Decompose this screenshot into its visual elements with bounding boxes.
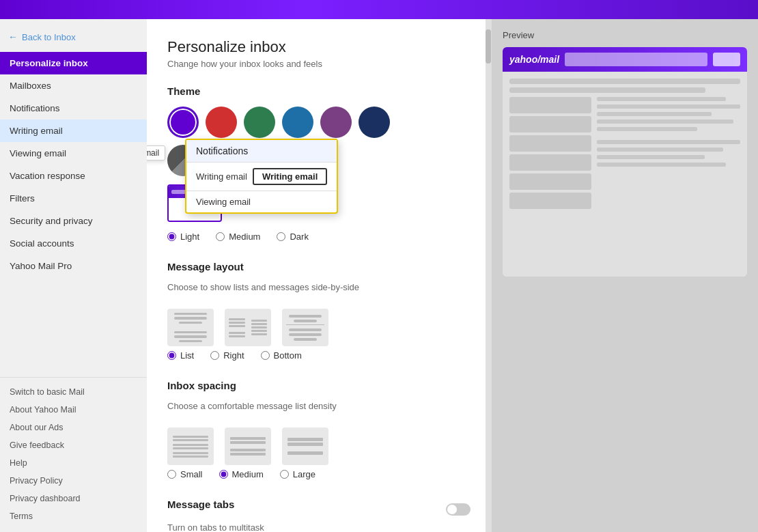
layout-line bbox=[174, 317, 207, 319]
brightness-light[interactable]: Light bbox=[167, 232, 199, 242]
tooltip-badge: Writing email bbox=[253, 168, 327, 185]
preview-list-item bbox=[509, 135, 591, 152]
spacing-large[interactable]: Large bbox=[280, 469, 315, 479]
tooltip-writing-label: Writing email bbox=[196, 171, 247, 182]
color-swatch-green[interactable] bbox=[244, 107, 275, 138]
brightness-options: Light Medium Dark bbox=[167, 232, 471, 242]
brightness-dark[interactable]: Dark bbox=[277, 232, 308, 242]
tooltip-overlay: Notifications Writing email Writing emai… bbox=[185, 139, 338, 214]
sidebar-footer-ads[interactable]: About our Ads bbox=[0, 419, 147, 436]
tooltip-box: Notifications Writing email Writing emai… bbox=[185, 139, 338, 214]
sidebar-footer-privacy[interactable]: Privacy Policy bbox=[0, 472, 147, 490]
color-swatch-navy[interactable] bbox=[359, 107, 390, 138]
sidebar-item-pro[interactable]: Yahoo Mail Pro bbox=[0, 255, 147, 277]
spacing-medium[interactable]: Medium bbox=[219, 469, 264, 479]
sidebar: ← Back to Inbox Personalize inbox Mailbo… bbox=[0, 19, 147, 532]
preview-label: Preview bbox=[503, 30, 747, 40]
layout-icon-list[interactable] bbox=[167, 309, 214, 346]
preview-list-item bbox=[509, 173, 591, 190]
color-swatch-purple[interactable] bbox=[167, 107, 199, 138]
brightness-medium[interactable]: Medium bbox=[216, 232, 260, 242]
tabs-toggle[interactable] bbox=[446, 503, 471, 516]
tabs-section: Message tabs bbox=[167, 499, 471, 520]
tabs-section-title: Message tabs bbox=[167, 499, 234, 510]
top-bar bbox=[0, 0, 758, 19]
content-area: Personalize inbox Change how your inbox … bbox=[147, 19, 492, 532]
layout-list-label: List bbox=[180, 350, 194, 361]
sidebar-item-filters[interactable]: Filters bbox=[0, 187, 147, 210]
layout-right-label: Right bbox=[223, 350, 244, 361]
tooltip-header: Notifications bbox=[186, 140, 337, 162]
sidebar-item-personalize[interactable]: Personalize inbox bbox=[0, 52, 147, 74]
tabs-subtitle: Turn on tabs to multitask bbox=[167, 522, 471, 532]
back-arrow-icon: ← bbox=[8, 31, 18, 42]
layout-line bbox=[289, 333, 322, 336]
scrollbar-thumb[interactable] bbox=[486, 29, 491, 64]
spacing-icon-large[interactable] bbox=[282, 428, 328, 465]
preview-text-line bbox=[597, 112, 712, 116]
spacing-small[interactable]: Small bbox=[167, 469, 203, 479]
sidebar-footer-feedback[interactable]: Give feedback bbox=[0, 436, 147, 454]
layout-list[interactable]: List bbox=[167, 350, 194, 361]
layout-line bbox=[174, 331, 207, 333]
sidebar-footer-terms[interactable]: Terms bbox=[0, 507, 147, 525]
theme-color-swatches bbox=[167, 107, 471, 138]
preview-list-item bbox=[509, 193, 591, 209]
sidebar-item-notifications[interactable]: Notifications bbox=[0, 97, 147, 120]
back-to-inbox[interactable]: ← Back to Inbox bbox=[0, 26, 147, 48]
toggle-knob bbox=[447, 505, 457, 514]
preview-list-item bbox=[509, 116, 591, 132]
preview-main-col bbox=[597, 97, 740, 212]
page-subtitle: Change how your inbox looks and feels bbox=[167, 59, 471, 69]
layout-icon-bottom[interactable] bbox=[282, 309, 328, 346]
preview-browser: yahoo/mail bbox=[503, 47, 747, 277]
color-swatch-blue[interactable] bbox=[282, 107, 313, 138]
layout-right[interactable]: Right bbox=[210, 350, 244, 361]
preview-text-line bbox=[597, 163, 726, 167]
color-swatch-mauve[interactable] bbox=[320, 107, 352, 138]
brightness-light-label: Light bbox=[180, 232, 199, 242]
preview-text-line bbox=[597, 127, 697, 131]
preview-content bbox=[509, 97, 740, 212]
layout-icons bbox=[167, 309, 471, 346]
preview-text-line bbox=[597, 120, 733, 124]
sidebar-footer-about[interactable]: About Yahoo Mail bbox=[0, 401, 147, 419]
layout-subtitle: Choose to show lists and messages side-b… bbox=[167, 282, 471, 292]
layout-bottom[interactable]: Bottom bbox=[261, 350, 302, 361]
sidebar-footer-help[interactable]: Help bbox=[0, 454, 147, 472]
preview-list-col bbox=[509, 97, 591, 212]
theme-section-title: Theme bbox=[167, 85, 471, 97]
color-swatch-red[interactable] bbox=[206, 107, 237, 138]
layout-line bbox=[179, 340, 202, 342]
sidebar-item-security[interactable]: Security and privacy bbox=[0, 210, 147, 232]
sidebar-footer-basic[interactable]: Switch to basic Mail bbox=[0, 383, 147, 401]
preview-text-line bbox=[597, 155, 705, 159]
scrollbar-track[interactable] bbox=[486, 19, 491, 532]
sidebar-item-vacation[interactable]: Vacation response bbox=[0, 165, 147, 187]
sidebar-item-writing[interactable]: Writing email bbox=[0, 120, 147, 142]
spacing-large-label: Large bbox=[293, 469, 315, 479]
sidebar-item-social[interactable]: Social accounts bbox=[0, 232, 147, 255]
tooltip-item-writing[interactable]: Writing email Writing email bbox=[186, 163, 337, 191]
preview-text-line bbox=[597, 97, 726, 101]
spacing-icon-small[interactable] bbox=[167, 428, 214, 465]
layout-line bbox=[294, 320, 317, 322]
preview-list-item bbox=[509, 97, 591, 113]
spacing-section-title: Inbox spacing bbox=[167, 380, 471, 391]
layout-icon-right[interactable] bbox=[225, 309, 271, 346]
tooltip-viewing-label: Viewing email bbox=[196, 197, 251, 207]
preview-panel: Preview yahoo/mail bbox=[492, 19, 758, 532]
sidebar-footer-dashboard[interactable]: Privacy dashboard bbox=[0, 490, 147, 507]
sidebar-item-mailboxes[interactable]: Mailboxes bbox=[0, 74, 147, 97]
spacing-icon-medium[interactable] bbox=[225, 428, 271, 465]
layout-line bbox=[179, 322, 202, 324]
spacing-small-label: Small bbox=[180, 469, 203, 479]
preview-text-line bbox=[597, 104, 740, 109]
sidebar-item-viewing[interactable]: Viewing email bbox=[0, 142, 147, 165]
layout-line bbox=[174, 313, 207, 315]
preview-body bbox=[503, 72, 747, 277]
spacing-medium-label: Medium bbox=[232, 469, 264, 479]
tooltip-item-viewing[interactable]: Viewing email bbox=[186, 191, 337, 212]
preview-row bbox=[509, 79, 740, 84]
sidebar-footer: Switch to basic Mail About Yahoo Mail Ab… bbox=[0, 377, 147, 532]
